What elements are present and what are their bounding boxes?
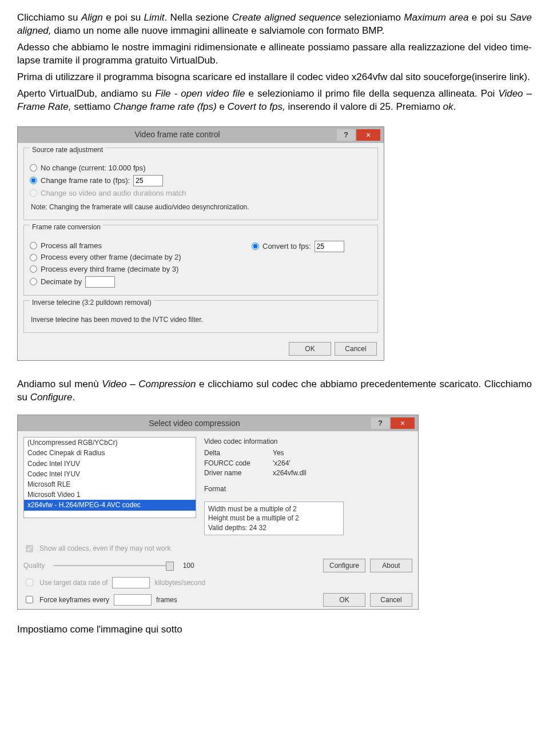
list-item[interactable]: Codec Cinepak di Radius (24, 448, 196, 458)
group-legend: Frame rate conversion (30, 222, 103, 232)
ok-button[interactable]: OK (289, 342, 331, 356)
inverse-telecine-group: Inverse telecine (3:2 pulldown removal) … (23, 300, 378, 333)
cancel-button[interactable]: Cancel (335, 342, 377, 356)
slider-thumb[interactable] (166, 562, 174, 571)
italic: Video – Compression (102, 379, 196, 389)
frame-rate-conversion-group: Frame rate conversion Process all frames… (23, 225, 378, 295)
group-legend: Inverse telecine (3:2 pulldown removal) (30, 298, 154, 307)
format-label: Format (204, 484, 412, 494)
value: 'x264' (273, 459, 291, 468)
kv-row: Driver namex264vfw.dll (204, 468, 412, 478)
italic: Maximum area (404, 12, 468, 23)
value: x264vfw.dll (273, 468, 307, 478)
radio-convert-fps[interactable]: Convert to fps: (252, 241, 372, 252)
decimate-input[interactable] (85, 276, 115, 288)
text: e (217, 101, 228, 112)
group-legend: Source rate adjustment (30, 145, 105, 154)
dialog-buttons: OK Cancel (18, 337, 384, 360)
italic: Limit (144, 12, 165, 23)
about-button[interactable]: About (370, 559, 412, 572)
unit: frames (156, 595, 177, 604)
list-item[interactable]: Microsoft RLE (24, 479, 196, 490)
italic: Align (81, 12, 103, 23)
quality-value: 100 (183, 561, 194, 570)
radio-decimate-3[interactable]: Process every third frame (decimate by 3… (30, 264, 252, 274)
radio-match-durations: Change so video and audio durations matc… (30, 188, 372, 198)
text: . Nella sezione (164, 12, 232, 23)
source-rate-group: Source rate adjustment No change (curren… (23, 148, 378, 221)
configure-button[interactable]: Configure (323, 559, 365, 572)
text: e poi su (103, 12, 144, 23)
radio-no-change[interactable]: No change (current: 10.000 fps) (30, 163, 372, 173)
dialog-title: Video frame rate control (18, 129, 337, 140)
ok-button[interactable]: OK (323, 593, 365, 607)
keyframe-input[interactable] (114, 594, 152, 606)
label: Show all codecs, even if they may not wo… (39, 544, 170, 553)
show-all-row: Show all codecs, even if they may not wo… (18, 541, 418, 556)
data-rate-row: Use target data rate of kilobytes/second (18, 575, 418, 591)
label: No change (current: 10.000 fps) (41, 163, 146, 173)
fps-input[interactable] (133, 175, 163, 186)
label: Process all frames (41, 241, 102, 251)
text: Clicchiamo su (17, 12, 81, 23)
compression-dialog: Select video compression ? × (Uncompress… (17, 415, 419, 610)
help-button[interactable]: ? (371, 417, 389, 429)
titlebar: Video frame rate control ? × (18, 127, 384, 143)
text: settiamo (71, 101, 113, 112)
text: diamo un nome alle nuove immagini alline… (51, 25, 385, 36)
radio-process-all[interactable]: Process all frames (30, 241, 252, 251)
kv-row: DeltaYes (204, 448, 412, 457)
text: . (72, 392, 75, 403)
list-item[interactable]: (Uncompressed RGB/YCbCr) (24, 437, 196, 448)
force-keyframes-checkbox[interactable] (26, 596, 33, 603)
keyframe-row: Force keyframes every frames OK Cancel (18, 591, 418, 609)
list-item-selected[interactable]: x264vfw - H.264/MPEG-4 AVC codec (24, 500, 196, 510)
text: e selezioniamo il primo file della seque… (245, 88, 498, 99)
text: Aperto VirtualDub, andiamo su (17, 88, 155, 99)
convert-fps-input[interactable] (315, 241, 344, 252)
list-item[interactable]: Microsoft Video 1 (24, 490, 196, 500)
format-box: Width must be a multiple of 2 Height mus… (204, 502, 344, 535)
kv-row: FOURCC code'x264' (204, 459, 412, 468)
paragraph-mid: Andiamo sul menù Video – Compression e c… (17, 378, 532, 404)
ivtc-text: Inverse telecine has been moved to the I… (30, 314, 372, 327)
radio-change-fps[interactable]: Change frame rate to (fps): (30, 175, 372, 186)
cancel-button[interactable]: Cancel (370, 593, 412, 607)
note-text: Note: Changing the framerate will cause … (31, 202, 372, 212)
paragraph-4: Aperto VirtualDub, andiamo su File - ope… (17, 87, 532, 114)
quality-row: Quality 100 Configure About (18, 556, 418, 575)
label: Force keyframes every (39, 595, 109, 604)
format-line: Valid depths: 24 32 (208, 523, 340, 532)
label: Process every third frame (decimate by 3… (41, 264, 178, 274)
italic: Covert to fps, (228, 101, 285, 112)
label: Process every other frame (decimate by 2… (41, 252, 181, 262)
codec-list[interactable]: (Uncompressed RGB/YCbCr) Codec Cinepak d… (23, 437, 196, 518)
italic: Change frame rate (fps) (113, 101, 216, 112)
italic: ok (443, 101, 453, 112)
list-item[interactable]: Codec Intel IYUV (24, 459, 196, 469)
paragraph-3: Prima di utilizzare il programma bisogna… (17, 71, 532, 84)
codec-info: Video codec information DeltaYes FOURCC … (204, 437, 412, 535)
radio-decimate-by[interactable]: Decimate by (30, 276, 252, 288)
paragraph-2: Adesso che abbiamo le nostre immagini ri… (17, 41, 532, 67)
quality-label: Quality (23, 561, 45, 570)
key: Delta (204, 448, 273, 457)
close-button[interactable]: × (356, 129, 380, 141)
info-heading: Video codec information (204, 437, 412, 446)
data-rate-input (112, 577, 150, 588)
text: inserendo il valore di 25. Premiamo (285, 101, 443, 112)
titlebar: Select video compression ? × (18, 415, 418, 431)
list-item[interactable]: Codec Intel IYUV (24, 469, 196, 479)
label: Change so video and audio durations matc… (41, 188, 186, 198)
radio-decimate-2[interactable]: Process every other frame (decimate by 2… (30, 252, 252, 262)
italic: Create aligned sequence (232, 12, 341, 23)
italic: File - open video file (155, 88, 245, 99)
format-line: Height must be a multiple of 2 (208, 514, 340, 523)
close-button[interactable]: × (391, 417, 415, 429)
paragraph-last: Impostiamo come l'immagine qui sotto (17, 623, 532, 636)
key: FOURCC code (204, 459, 273, 468)
quality-slider[interactable] (54, 565, 173, 566)
help-button[interactable]: ? (337, 129, 355, 141)
unit: kilobytes/second (154, 578, 205, 587)
italic: Configure (30, 392, 73, 403)
